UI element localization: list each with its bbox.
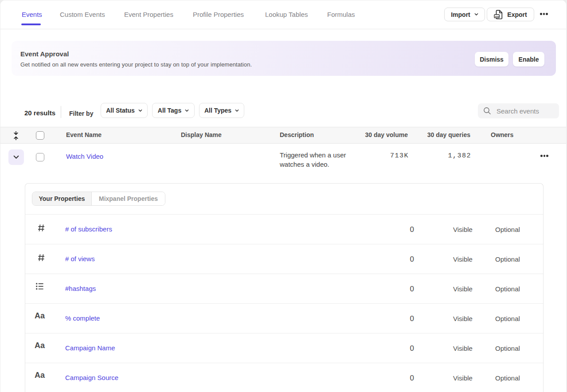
svg-text:csv: csv xyxy=(495,15,500,17)
